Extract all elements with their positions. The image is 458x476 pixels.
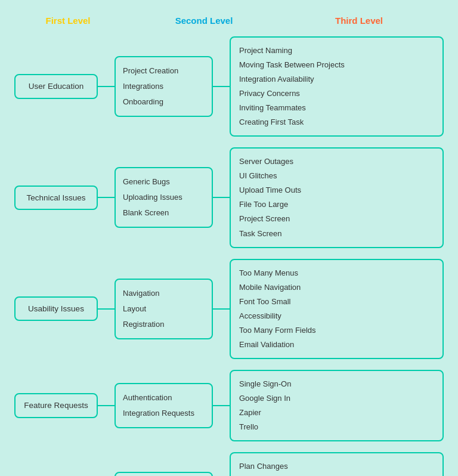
level3-box-technical-issues: Server OutagesUI GlitchesUpload Time Out… xyxy=(230,147,444,248)
level3-item: Trello xyxy=(239,420,434,434)
level3-box-user-education: Project NamingMoving Task Between Projec… xyxy=(230,36,444,137)
level3-item: Mobile Navigation xyxy=(239,280,434,295)
level2-item: Project Creation xyxy=(123,63,205,79)
level3-item: Accessibility xyxy=(239,309,434,323)
level3-item: UI Glitches xyxy=(239,169,434,183)
tree-row-usability-issues: Usability IssuesNavigationLayoutRegistra… xyxy=(14,259,444,359)
level2-item: Layout xyxy=(123,301,205,317)
level3-item: Creating First Task xyxy=(239,115,434,129)
rows-container: User EducationProject CreationIntegratio… xyxy=(14,36,444,476)
level3-item: Project Screen xyxy=(239,212,434,226)
level1-box-user-education: User Education xyxy=(14,74,98,99)
level3-box-feature-requests: Single Sign-OnGoogle Sign InZapierTrello xyxy=(230,370,444,441)
level2-item: Blank Screen xyxy=(123,205,205,221)
level3-item: Inviting Teammates xyxy=(239,101,434,115)
level2-item: Onboarding xyxy=(123,94,205,110)
level3-item: Privacy Concerns xyxy=(239,86,434,101)
level2-item: Generic Bugs xyxy=(123,174,205,190)
connector2-technical-issues xyxy=(213,197,230,198)
level1-box-usability-issues: Usability Issues xyxy=(14,296,98,322)
level3-item: Project Naming xyxy=(239,44,434,58)
level3-item: Plan Changes xyxy=(239,459,434,474)
level3-item: Cancellations xyxy=(239,474,434,476)
level3-item: Upload Time Outs xyxy=(239,183,434,197)
tree-row-billing: BillingSubscriptionsPaymentsInvoicingPla… xyxy=(14,452,444,476)
level3-item: Email Validation xyxy=(239,338,434,352)
connector2-feature-requests xyxy=(213,405,230,406)
level3-item: File Too Large xyxy=(239,197,434,212)
level3-item: Google Sign In xyxy=(239,391,434,406)
level2-box-technical-issues: Generic BugsUploading IssuesBlank Screen xyxy=(114,167,213,228)
level2-item: Integrations xyxy=(123,79,205,94)
chart-container: First Level Second Level Third Level Use… xyxy=(10,10,448,476)
level3-item: Too Many Form Fields xyxy=(239,323,434,338)
level2-item: Uploading Issues xyxy=(123,190,205,205)
level3-item: Too Many Menus xyxy=(239,266,434,280)
level3-item: Server Outages xyxy=(239,154,434,169)
connector2-usability-issues xyxy=(213,308,230,310)
level2-item: Registration xyxy=(123,317,205,332)
header-first-level: First Level xyxy=(20,16,116,26)
level3-item: Task Screen xyxy=(239,227,434,241)
header-second-level: Second Level xyxy=(144,16,264,26)
tree-row-feature-requests: Feature RequestsAuthenticationIntegratio… xyxy=(14,370,444,441)
level3-item: Zapier xyxy=(239,406,434,420)
connector1-user-education xyxy=(98,86,114,87)
level2-box-feature-requests: AuthenticationIntegration Requests xyxy=(114,383,213,428)
connector1-feature-requests xyxy=(98,405,114,406)
level3-item: Single Sign-On xyxy=(239,377,434,391)
tree-row-technical-issues: Technical IssuesGeneric BugsUploading Is… xyxy=(14,147,444,248)
connector1-technical-issues xyxy=(98,197,114,198)
level2-box-user-education: Project CreationIntegrationsOnboarding xyxy=(114,56,213,117)
level2-box-usability-issues: NavigationLayoutRegistration xyxy=(114,279,213,339)
header-third-level: Third Level xyxy=(280,16,438,26)
level2-item: Navigation xyxy=(123,286,205,301)
level3-item: Font Too Small xyxy=(239,295,434,309)
connector2-user-education xyxy=(213,86,230,87)
header-row: First Level Second Level Third Level xyxy=(14,16,444,26)
level1-box-feature-requests: Feature Requests xyxy=(14,393,98,418)
level1-box-technical-issues: Technical Issues xyxy=(14,186,98,211)
level2-box-billing: SubscriptionsPaymentsInvoicing xyxy=(114,472,213,476)
level2-item: Integration Requests xyxy=(123,406,205,421)
tree-row-user-education: User EducationProject CreationIntegratio… xyxy=(14,36,444,137)
level3-box-billing: Plan ChangesCancellationsUpdate Billing … xyxy=(230,452,444,476)
level2-item: Authentication xyxy=(123,390,205,406)
connector1-usability-issues xyxy=(98,308,114,310)
level3-item: Moving Task Between Projects xyxy=(239,58,434,72)
level3-box-usability-issues: Too Many MenusMobile NavigationFont Too … xyxy=(230,259,444,359)
level3-item: Integration Availability xyxy=(239,72,434,86)
